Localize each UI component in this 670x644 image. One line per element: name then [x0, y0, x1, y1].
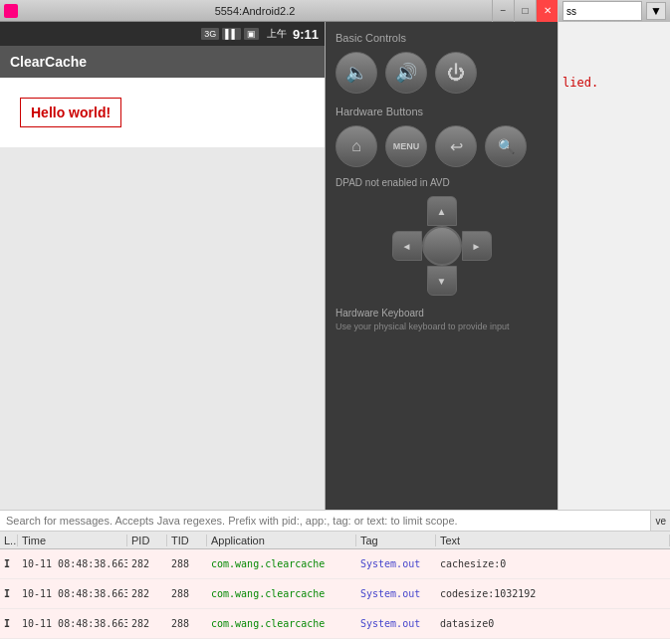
- status-icons: 3G ▌▌ ▣: [201, 28, 259, 40]
- avd-controls-panel: Basic Controls 🔈 🔊 ⏻ Hardware Buttons ⌂ …: [326, 22, 558, 510]
- log-cell-text: datasize0: [436, 618, 670, 629]
- restore-button[interactable]: □: [514, 0, 536, 22]
- title-bar-left: [0, 4, 18, 18]
- log-cell-tag: System.out: [356, 588, 436, 599]
- hardware-buttons-label: Hardware Buttons: [335, 106, 548, 117]
- wifi-icon: ▣: [244, 28, 259, 40]
- log-cell-tid: 288: [167, 558, 207, 569]
- hw-keyboard-desc: Use your physical keyboard to provide in…: [335, 322, 548, 331]
- dpad-left-button[interactable]: ◄: [392, 231, 422, 261]
- log-cell-text: cachesize:0: [436, 558, 670, 569]
- log-cell-tid: 288: [167, 618, 207, 629]
- log-cell-pid: 282: [127, 618, 167, 629]
- hw-keyboard-section: Hardware Keyboard Use your physical keyb…: [335, 308, 548, 331]
- volume-up-button[interactable]: 🔊: [385, 52, 427, 94]
- android-content: Hello world!: [0, 78, 325, 147]
- right-search-input[interactable]: [562, 1, 642, 21]
- log-table-row[interactable]: I 10-11 08:48:38.663 282 288 com.wang.cl…: [0, 579, 670, 609]
- close-button[interactable]: ✕: [536, 0, 558, 22]
- header-pid: PID: [127, 535, 167, 546]
- status-bar-time: 9:11: [293, 27, 319, 42]
- search-button[interactable]: 🔍: [485, 125, 527, 167]
- log-table-header: L... Time PID TID Application Tag Text: [0, 532, 670, 549]
- header-level: L...: [0, 535, 18, 546]
- log-cell-app: com.wang.clearcache: [207, 618, 356, 629]
- back-button[interactable]: ↩: [435, 125, 477, 167]
- dpad-right-button[interactable]: ►: [462, 231, 492, 261]
- hello-world-box: Hello world!: [20, 98, 121, 127]
- log-cell-tag: System.out: [356, 618, 436, 629]
- android-emulator-screen: 3G ▌▌ ▣ 上午 9:11 ClearCache Hello world!: [0, 22, 326, 510]
- log-cell-time: 10-11 08:48:38.663: [18, 618, 127, 629]
- signal-icon: 3G: [201, 28, 219, 40]
- header-time: Time: [18, 535, 127, 546]
- log-cell-time: 10-11 08:48:38.663: [18, 588, 127, 599]
- search-suffix: ve: [650, 511, 670, 531]
- log-search-bar: ve: [0, 510, 670, 532]
- hardware-buttons-row: ⌂ MENU ↩ 🔍: [335, 125, 548, 167]
- android-status-bar: 3G ▌▌ ▣ 上午 9:11: [0, 22, 325, 46]
- minimize-button[interactable]: −: [492, 0, 514, 22]
- header-tid: TID: [167, 535, 207, 546]
- log-cell-level: I: [0, 558, 18, 569]
- log-cell-pid: 282: [127, 588, 167, 599]
- log-cell-tid: 288: [167, 588, 207, 599]
- title-bar-title: 5554:Android2.2: [18, 5, 492, 17]
- right-panel-top: ▼: [558, 0, 670, 22]
- title-bar: 5554:Android2.2 − □ ✕: [0, 0, 558, 22]
- title-bar-controls: − □ ✕: [492, 0, 558, 22]
- log-cell-level: I: [0, 588, 18, 599]
- log-table-row[interactable]: I 10-11 08:48:38.663 282 288 com.wang.cl…: [0, 549, 670, 579]
- right-code-text: lied.: [562, 76, 598, 90]
- app-title: ClearCache: [10, 54, 87, 70]
- hardware-buttons-section: Hardware Buttons ⌂ MENU ↩ 🔍: [335, 106, 548, 167]
- basic-controls-buttons: 🔈 🔊 ⏻: [335, 52, 548, 94]
- basic-controls-label: Basic Controls: [335, 32, 548, 44]
- right-panel: ▼ lied.: [558, 0, 670, 518]
- log-rows: I 10-11 08:48:38.663 282 288 com.wang.cl…: [0, 549, 670, 639]
- header-tag: Tag: [356, 535, 436, 546]
- android-app-bar: ClearCache: [0, 46, 325, 78]
- dpad-down-button[interactable]: ▼: [427, 266, 457, 296]
- home-button[interactable]: ⌂: [335, 125, 377, 167]
- dpad-label: DPAD not enabled in AVD: [335, 177, 548, 188]
- log-cell-time: 10-11 08:48:38.663: [18, 558, 127, 569]
- right-panel-btn[interactable]: ▼: [646, 2, 666, 20]
- hello-world-text: Hello world!: [31, 105, 111, 120]
- header-text: Text: [436, 535, 670, 546]
- log-table-area: L... Time PID TID Application Tag Text I…: [0, 532, 670, 644]
- header-app: Application: [207, 535, 356, 546]
- log-cell-app: com.wang.clearcache: [207, 558, 356, 569]
- menu-button[interactable]: MENU: [385, 125, 427, 167]
- log-cell-level: I: [0, 618, 18, 629]
- right-code-area: lied.: [558, 72, 670, 94]
- dpad-section: DPAD not enabled in AVD ▲ ◄ ► ▼: [335, 177, 548, 296]
- log-cell-text: codesize:1032192: [436, 588, 670, 599]
- log-cell-app: com.wang.clearcache: [207, 588, 356, 599]
- log-table-row[interactable]: I 10-11 08:48:38.663 282 288 com.wang.cl…: [0, 609, 670, 639]
- app-icon: [4, 4, 18, 18]
- dpad-center-button[interactable]: [422, 226, 462, 266]
- dpad-up-button[interactable]: ▲: [427, 196, 457, 226]
- log-search-input[interactable]: [0, 511, 650, 531]
- hw-keyboard-label: Hardware Keyboard: [335, 308, 424, 319]
- log-cell-tag: System.out: [356, 558, 436, 569]
- status-bar-period: 上午: [267, 27, 287, 41]
- log-cell-pid: 282: [127, 558, 167, 569]
- volume-down-button[interactable]: 🔈: [335, 52, 377, 94]
- power-button[interactable]: ⏻: [435, 52, 477, 94]
- signal-bars-icon: ▌▌: [222, 28, 241, 40]
